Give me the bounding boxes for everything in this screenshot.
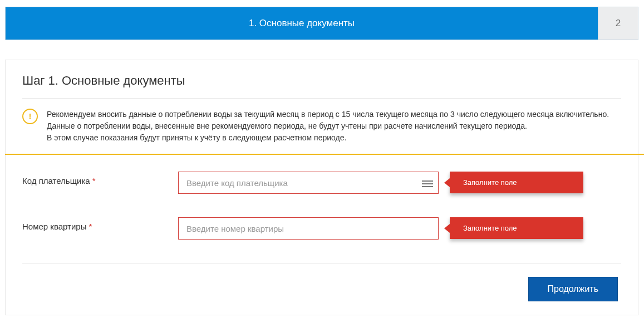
required-mark: * [89,222,92,231]
label-payer-code-text: Код плательщика [22,176,90,185]
continue-button[interactable]: Продолжить [528,277,618,301]
label-apartment: Номер квартиры* [22,217,178,231]
payer-code-input[interactable] [178,172,439,194]
notice-line-1: Рекомендуем вносить данные о потреблении… [47,109,609,120]
notice-line-2: Данные о потреблении воды, внесенные вне… [47,120,609,132]
tab-step-2[interactable]: 2 [598,7,638,40]
input-wrap-payer-code [178,172,439,194]
notice-text: Рекомендуем вносить данные о потреблении… [47,109,609,144]
input-wrap-apartment [178,217,439,240]
wizard-tabs: 1. Основные документы 2 [5,7,638,40]
row-payer-code: Код плательщика* Заполните поле [22,172,621,194]
required-mark: * [92,176,96,185]
label-apartment-text: Номер квартиры [22,222,86,231]
notice-line-3: В этом случае показания будут приняты к … [47,132,609,144]
apartment-input[interactable] [178,217,439,240]
form-card: Шаг 1. Основные документы ! Рекомендуем … [5,60,638,315]
menu-icon[interactable] [422,179,433,187]
error-payer-code: Заполните поле [450,172,583,193]
error-apartment: Заполните поле [450,217,583,239]
label-payer-code: Код плательщика* [22,172,178,185]
page-title: Шаг 1. Основные документы [6,60,638,98]
warning-icon: ! [22,109,38,124]
divider [22,263,621,263]
form-area: Код плательщика* Заполните поле Номер кв… [6,155,638,240]
notice-banner: ! Рекомендуем вносить данные о потреблен… [6,99,638,154]
actions-bar: Продолжить [6,277,638,301]
row-apartment: Номер квартиры* Заполните поле [22,217,621,240]
tab-step-1[interactable]: 1. Основные документы [5,7,598,40]
